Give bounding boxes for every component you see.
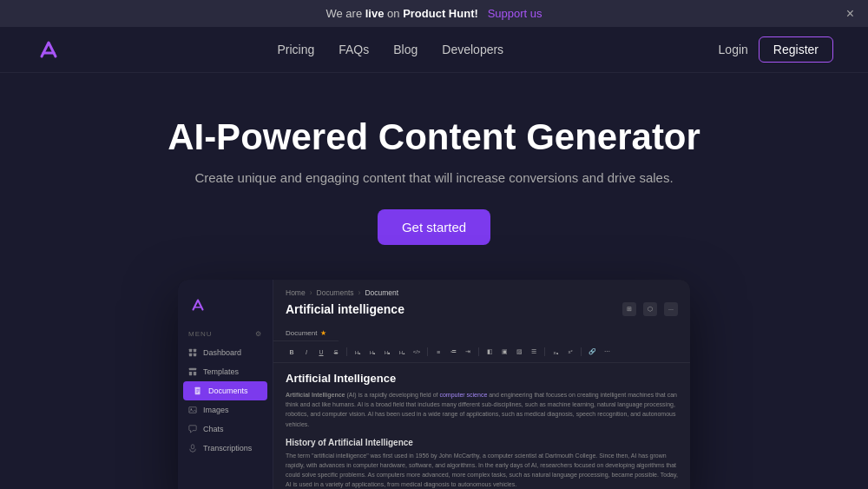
toolbar-sep-4 bbox=[544, 347, 545, 356]
transcriptions-icon bbox=[188, 444, 197, 453]
announcement-close-button[interactable]: × bbox=[846, 7, 854, 21]
toolbar-bold[interactable]: B bbox=[286, 346, 298, 358]
nav-link-pricing[interactable]: Pricing bbox=[277, 43, 314, 56]
nav-link-developers[interactable]: Developers bbox=[442, 43, 503, 56]
doc-action-btn-2[interactable]: ⬡ bbox=[643, 302, 657, 316]
toolbar-subscript[interactable]: x₂ bbox=[549, 346, 562, 358]
templates-icon bbox=[188, 367, 197, 376]
svg-rect-2 bbox=[189, 354, 192, 356]
sidebar-item-dashboard[interactable]: Dashboard bbox=[178, 343, 273, 362]
sidebar-item-transcriptions[interactable]: Transcriptions bbox=[178, 439, 273, 458]
doc-content-para1: Artificial Intelligence (AI) is a rapidl… bbox=[286, 390, 678, 429]
get-started-button[interactable]: Get started bbox=[378, 209, 490, 245]
images-icon bbox=[188, 406, 197, 414]
svg-rect-4 bbox=[189, 368, 196, 371]
document-main: Home › Documents › Document Artificial i… bbox=[273, 280, 690, 489]
svg-rect-13 bbox=[191, 445, 194, 449]
sidebar-item-templates[interactable]: Templates bbox=[178, 362, 273, 381]
sidebar-settings-icon[interactable]: ⚙ bbox=[255, 330, 262, 338]
svg-rect-1 bbox=[194, 349, 196, 352]
toolbar-more[interactable]: ⋯ bbox=[601, 346, 613, 358]
document-title: Artificial intelligence bbox=[286, 302, 404, 316]
toolbar-h4[interactable]: H₄ bbox=[396, 346, 408, 358]
sidebar: MENU ⚙ Dashboard Templates bbox=[178, 280, 273, 489]
documents-icon bbox=[194, 387, 202, 395]
toolbar-superscript[interactable]: x² bbox=[564, 346, 576, 358]
toolbar-italic[interactable]: I bbox=[300, 346, 312, 358]
breadcrumb-sep2: › bbox=[358, 288, 361, 297]
doc-content-para2: The term "artificial intelligence" was f… bbox=[286, 451, 678, 489]
doc-action-btn-more[interactable]: ··· bbox=[664, 302, 678, 316]
toolbar-h3[interactable]: H₃ bbox=[381, 346, 393, 358]
sidebar-transcriptions-label: Transcriptions bbox=[203, 444, 252, 453]
toolbar-link[interactable]: 🔗 bbox=[586, 346, 598, 358]
register-button[interactable]: Register bbox=[759, 36, 833, 63]
toolbar-sep-5 bbox=[581, 347, 582, 356]
hero-section: AI-Powered Content Generator Create uniq… bbox=[0, 73, 868, 271]
toolbar-sep-1 bbox=[346, 347, 347, 356]
sidebar-menu-label: MENU ⚙ bbox=[178, 330, 273, 343]
announcement-bar: We are live on Product Hunt! Support us … bbox=[0, 0, 868, 27]
svg-rect-5 bbox=[189, 372, 192, 375]
app-preview: MENU ⚙ Dashboard Templates bbox=[0, 280, 868, 489]
doc-tab-label: Document bbox=[286, 329, 317, 337]
hero-title: AI-Powered Content Generator bbox=[17, 116, 851, 158]
doc-history-heading: History of Artificial Intelligence bbox=[286, 438, 678, 447]
sidebar-dashboard-label: Dashboard bbox=[203, 348, 241, 357]
doc-action-btn-1[interactable]: ⊞ bbox=[622, 302, 636, 316]
login-button[interactable]: Login bbox=[719, 43, 748, 56]
breadcrumb-documents[interactable]: Documents bbox=[317, 288, 354, 297]
toolbar-indent[interactable]: ⇥ bbox=[462, 346, 474, 358]
toolbar-sep-2 bbox=[427, 347, 428, 356]
sidebar-item-chats[interactable]: Chats bbox=[178, 420, 273, 439]
announcement-link[interactable]: Support us bbox=[488, 7, 542, 20]
svg-rect-0 bbox=[189, 349, 192, 352]
nav-links: Pricing FAQs Blog Developers bbox=[277, 42, 503, 57]
svg-rect-11 bbox=[189, 407, 196, 413]
hero-subtitle: Create unique and engaging content that … bbox=[17, 170, 851, 185]
nav-link-faqs[interactable]: FAQs bbox=[339, 43, 369, 56]
sidebar-documents-label: Documents bbox=[208, 387, 248, 395]
toolbar-code[interactable]: </> bbox=[411, 346, 423, 358]
document-toolbar: B I U S H₁ H₂ H₃ H₄ </> ≡ ≔ ⇥ ◧ ▣ ▨ ☰ bbox=[273, 341, 690, 363]
logo-icon bbox=[35, 36, 62, 63]
svg-rect-6 bbox=[194, 372, 196, 375]
toolbar-align-center[interactable]: ▣ bbox=[498, 346, 510, 358]
toolbar-underline[interactable]: U bbox=[315, 346, 327, 358]
toolbar-h2[interactable]: H₂ bbox=[366, 346, 378, 358]
toolbar-ol[interactable]: ≔ bbox=[447, 346, 459, 358]
document-tab[interactable]: Document ★ bbox=[273, 326, 339, 341]
breadcrumb-home[interactable]: Home bbox=[286, 288, 306, 297]
breadcrumb-current: Document bbox=[365, 288, 398, 297]
doc-tab-star: ★ bbox=[320, 329, 326, 337]
chats-icon bbox=[188, 425, 197, 433]
sidebar-item-images[interactable]: Images bbox=[178, 400, 273, 420]
nav-link-blog[interactable]: Blog bbox=[393, 43, 418, 56]
toolbar-ul[interactable]: ≡ bbox=[432, 346, 444, 358]
nav-logo bbox=[35, 36, 62, 63]
dashboard-icon bbox=[188, 348, 197, 357]
toolbar-align-justify[interactable]: ☰ bbox=[528, 346, 540, 358]
svg-rect-3 bbox=[194, 354, 196, 356]
sidebar-item-documents[interactable]: Documents bbox=[183, 381, 267, 400]
sidebar-chats-label: Chats bbox=[203, 425, 224, 433]
toolbar-sep-3 bbox=[478, 347, 479, 356]
doc-content-heading: Artificial Intelligence bbox=[286, 372, 678, 385]
breadcrumb-sep1: › bbox=[310, 288, 312, 297]
toolbar-strike[interactable]: S bbox=[330, 346, 342, 358]
announcement-live-text: live bbox=[365, 7, 385, 20]
document-actions: ⊞ ⬡ ··· bbox=[622, 302, 678, 316]
nav-actions: Login Register bbox=[719, 36, 833, 63]
document-title-bar: Artificial intelligence ⊞ ⬡ ··· bbox=[273, 301, 690, 323]
breadcrumb: Home › Documents › Document bbox=[273, 280, 690, 301]
document-body: Artificial Intelligence Artificial Intel… bbox=[273, 363, 690, 489]
navbar: Pricing FAQs Blog Developers Login Regis… bbox=[0, 27, 868, 73]
toolbar-h1[interactable]: H₁ bbox=[352, 346, 364, 358]
app-window: MENU ⚙ Dashboard Templates bbox=[178, 280, 690, 489]
sidebar-images-label: Images bbox=[203, 406, 229, 414]
sidebar-logo-icon bbox=[188, 295, 207, 314]
toolbar-align-left[interactable]: ◧ bbox=[483, 346, 496, 358]
sidebar-templates-label: Templates bbox=[203, 367, 239, 376]
sidebar-logo bbox=[178, 288, 273, 330]
toolbar-align-right[interactable]: ▨ bbox=[513, 346, 525, 358]
